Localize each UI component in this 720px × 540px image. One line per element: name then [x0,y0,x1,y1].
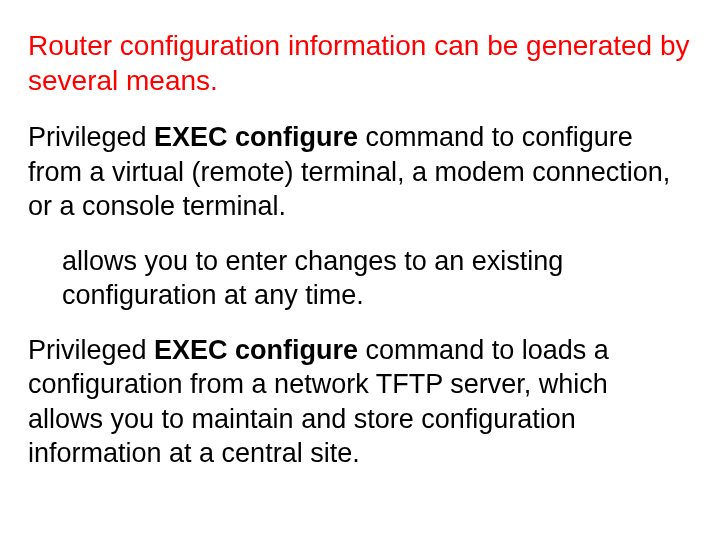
slide: Router configuration information can be … [0,0,720,540]
p1-bold: EXEC configure [154,122,358,152]
paragraph-3: Privileged EXEC configure command to loa… [28,333,690,471]
p3-lead: Privileged [28,335,154,365]
slide-title: Router configuration information can be … [28,28,690,98]
p1-lead: Privileged [28,122,154,152]
p3-bold: EXEC configure [154,335,358,365]
paragraph-2: allows you to enter changes to an existi… [28,244,690,313]
paragraph-1: Privileged EXEC configure command to con… [28,120,690,224]
